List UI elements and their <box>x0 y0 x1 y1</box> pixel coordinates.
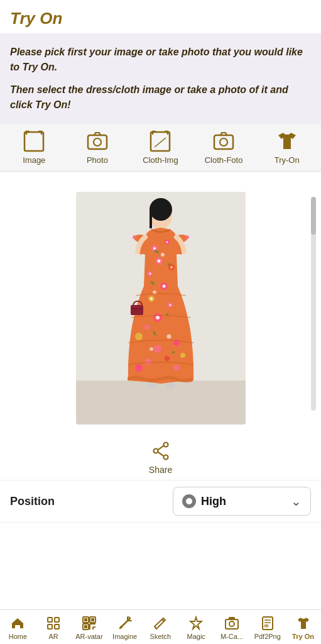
nav-item-magic[interactable]: Magic <box>180 615 212 640</box>
nav-ar-vatar-label: AR-vatar <box>75 633 102 640</box>
pdf-icon: PDF <box>259 615 276 631</box>
svg-point-2 <box>94 138 101 146</box>
svg-point-32 <box>135 333 143 340</box>
toolbar-item-photo[interactable]: Photo <box>75 130 119 165</box>
svg-line-4 <box>155 138 166 147</box>
svg-point-84 <box>229 621 234 626</box>
share-button[interactable] <box>151 441 171 464</box>
svg-line-60 <box>158 446 164 450</box>
svg-point-30 <box>170 321 177 327</box>
page-title: Try On <box>10 9 62 28</box>
svg-point-51 <box>133 235 136 239</box>
svg-point-15 <box>166 242 168 243</box>
toolbar-item-cloth-img[interactable]: Cloth-Img <box>138 130 182 165</box>
nav-item-sketch[interactable]: Sketch <box>144 615 177 640</box>
svg-point-39 <box>173 365 180 371</box>
svg-point-6 <box>220 138 227 146</box>
svg-point-23 <box>162 285 165 288</box>
svg-rect-69 <box>91 618 94 621</box>
nav-sketch-label: Sketch <box>150 633 171 640</box>
nav-home-label: Home <box>9 633 27 640</box>
svg-rect-64 <box>48 625 52 629</box>
toolbar-try-on-label: Try-On <box>275 155 300 165</box>
nav-item-ar-vatar[interactable]: AR-vatar <box>73 615 106 640</box>
svg-point-59 <box>163 455 168 460</box>
svg-point-58 <box>153 449 158 453</box>
nav-item-m-ca[interactable]: M-Ca... <box>215 615 248 640</box>
svg-point-37 <box>180 353 185 358</box>
position-dropdown[interactable]: High ⌄ <box>173 487 311 516</box>
position-value: High <box>201 495 226 508</box>
header: Try On <box>0 0 321 33</box>
scrollbar-thumb[interactable] <box>311 197 316 235</box>
svg-rect-1 <box>88 135 107 149</box>
svg-rect-8 <box>76 380 246 425</box>
position-dropdown-left: High <box>182 494 226 508</box>
svg-point-52 <box>185 235 189 239</box>
svg-rect-65 <box>55 625 59 629</box>
nav-item-imagine[interactable]: Imagine <box>109 615 141 640</box>
tshirt-nav-icon <box>295 615 312 631</box>
instruction-line1: Please pick first your image or take pho… <box>10 45 311 75</box>
svg-point-36 <box>145 358 151 365</box>
camera-icon <box>86 130 109 153</box>
pencil-icon <box>152 615 168 631</box>
dress-image <box>76 192 246 425</box>
position-dot-icon <box>182 494 196 508</box>
nav-item-ar[interactable]: AR <box>37 615 70 640</box>
svg-rect-63 <box>55 618 59 622</box>
cloth-camera-icon <box>212 130 235 153</box>
position-bar: Position High ⌄ <box>0 480 321 523</box>
svg-rect-11 <box>150 209 152 228</box>
magic-icon <box>188 615 204 631</box>
svg-point-13 <box>153 247 156 250</box>
svg-rect-0 <box>24 132 43 151</box>
cloth-image-icon <box>149 130 171 153</box>
svg-point-56 <box>165 382 175 389</box>
toolbar-cloth-foto-label: Cloth-Foto <box>205 155 243 165</box>
toolbar-item-image[interactable]: Image <box>12 130 56 165</box>
svg-point-17 <box>157 260 160 263</box>
nav-m-ca-label: M-Ca... <box>220 633 243 640</box>
toolbar-image-label: Image <box>23 155 45 165</box>
svg-rect-71 <box>84 625 87 628</box>
toolbar-photo-label: Photo <box>87 155 108 165</box>
svg-line-79 <box>129 617 130 618</box>
svg-point-49 <box>166 335 171 339</box>
instruction-line2: Then select the dress/cloth image or tak… <box>10 82 311 113</box>
dress-image-container <box>76 192 246 425</box>
chevron-down-icon: ⌄ <box>291 494 302 509</box>
qr-icon <box>81 615 97 631</box>
nav-ar-label: AR <box>49 633 58 640</box>
toolbar-cloth-img-label: Cloth-Img <box>143 155 178 165</box>
svg-point-34 <box>154 345 161 353</box>
bottom-nav: Home AR <box>0 609 321 644</box>
toolbar-item-try-on[interactable]: Try-On <box>265 130 309 165</box>
position-label: Position <box>10 495 173 508</box>
svg-point-19 <box>170 266 173 269</box>
tshirt-icon <box>276 130 298 153</box>
scrollbar[interactable] <box>311 197 316 411</box>
svg-line-61 <box>158 452 164 457</box>
share-label: Share <box>149 465 172 475</box>
svg-rect-5 <box>214 135 233 149</box>
svg-point-27 <box>169 304 171 306</box>
svg-rect-85 <box>229 617 235 619</box>
share-icon <box>151 441 171 461</box>
nav-imagine-label: Imagine <box>112 633 137 640</box>
nav-item-home[interactable]: Home <box>1 615 34 640</box>
svg-point-80 <box>120 626 122 628</box>
svg-rect-67 <box>84 618 87 621</box>
nav-magic-label: Magic <box>187 633 205 640</box>
svg-point-47 <box>161 253 165 257</box>
svg-rect-62 <box>48 618 52 622</box>
image-area <box>0 172 321 436</box>
svg-line-81 <box>162 619 164 621</box>
toolbar-item-cloth-foto[interactable]: Cloth-Foto <box>202 130 246 165</box>
svg-point-35 <box>165 356 170 361</box>
svg-point-38 <box>135 364 143 372</box>
svg-point-40 <box>155 371 161 377</box>
share-section: Share <box>0 436 321 480</box>
nav-item-pdf2png[interactable]: PDF Pdf2Png <box>251 615 284 640</box>
nav-item-try-on[interactable]: Try On <box>287 615 320 640</box>
